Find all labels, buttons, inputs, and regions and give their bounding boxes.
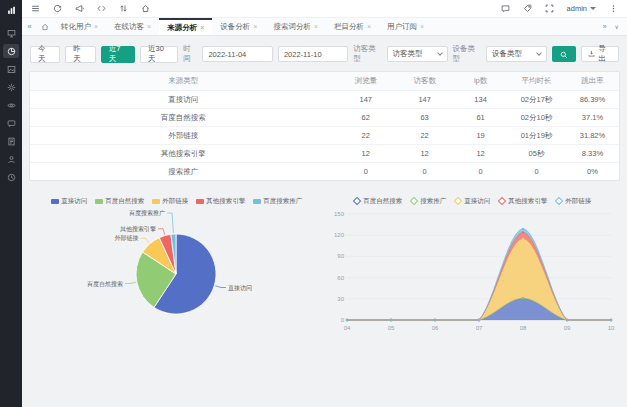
filter-right-group: 时间 2022-11-04 2022-11-10 访客类型 访客类型 设备类型 …: [183, 44, 619, 64]
visitor-type-value: 访客类型: [393, 49, 423, 59]
legend-item[interactable]: 搜索推广: [410, 197, 446, 206]
fullscreen-icon[interactable]: [545, 4, 554, 13]
range-7days-button[interactable]: 近7天: [101, 46, 135, 63]
collapse-tabs-icon[interactable]: «: [22, 22, 37, 31]
col-source-type: 来源类型: [30, 72, 336, 91]
y-tick-label: 0: [341, 317, 345, 323]
close-icon[interactable]: ×: [314, 23, 318, 30]
user-icon: [7, 150, 16, 168]
sidebar-item-docs[interactable]: [3, 134, 19, 148]
x-tick-label: 06: [432, 325, 439, 331]
data-point[interactable]: [478, 319, 480, 321]
legend-item[interactable]: 百度自然搜索: [353, 197, 402, 206]
pie-label-line: [167, 213, 173, 233]
tab-column-analysis[interactable]: 栏目分析×: [326, 18, 379, 35]
top-toolbar: admin: [22, 0, 627, 17]
home-icon[interactable]: [141, 4, 150, 13]
legend-item[interactable]: 直接访问: [454, 197, 490, 206]
x-tick-label: 05: [388, 325, 395, 331]
area-band: [347, 229, 611, 320]
tab-search-term-analysis[interactable]: 搜索词分析×: [265, 18, 326, 35]
cell: 134: [454, 91, 507, 109]
x-tick-label: 10: [608, 325, 615, 331]
data-point[interactable]: [434, 319, 436, 321]
legend-item[interactable]: 直接访问: [51, 197, 87, 206]
tab-online-visitors[interactable]: 在线访客×: [106, 18, 159, 35]
date-to-input[interactable]: 2022-11-10: [278, 46, 348, 62]
tab-user-subscription[interactable]: 用户订阅×: [379, 18, 432, 35]
menu-icon[interactable]: [31, 4, 40, 13]
range-today-button[interactable]: 今天: [30, 46, 60, 63]
sidebar-item-analysis[interactable]: [3, 44, 19, 58]
home-tab-icon[interactable]: [37, 23, 53, 31]
tag-icon[interactable]: [523, 4, 532, 13]
range-yesterday-button[interactable]: 昨天: [65, 46, 95, 63]
sidebar-item-monitor[interactable]: [3, 26, 19, 40]
visitor-type-select[interactable]: 访客类型: [387, 46, 448, 62]
tab-actions-chevron-icon[interactable]: ∨: [615, 23, 619, 30]
tab-conversion-users[interactable]: 转化用户×: [53, 18, 106, 35]
legend-item[interactable]: 外部链接: [555, 197, 591, 206]
close-icon[interactable]: ×: [420, 23, 424, 30]
sidebar-item-history[interactable]: [3, 170, 19, 184]
data-point[interactable]: [610, 319, 612, 321]
date-from-input[interactable]: 2022-11-04: [202, 46, 272, 62]
legend-diamond-icon: [555, 197, 563, 205]
legend-item[interactable]: 其他搜索引擎: [498, 197, 547, 206]
user-menu[interactable]: admin: [567, 4, 596, 13]
cell: 02分10秒: [507, 109, 566, 127]
close-icon[interactable]: ×: [94, 23, 98, 30]
close-icon[interactable]: ×: [147, 23, 151, 30]
legend-swatch-icon: [196, 199, 204, 204]
legend-swatch-icon: [95, 199, 103, 204]
sidebar-item-settings[interactable]: [3, 80, 19, 94]
cell: 147: [336, 91, 395, 109]
chevron-down-icon: [536, 50, 542, 56]
sync-arrows-icon[interactable]: [119, 4, 128, 13]
legend-item[interactable]: 百度自然搜索: [95, 197, 144, 206]
refresh-icon[interactable]: [53, 4, 62, 13]
data-point[interactable]: [390, 319, 392, 321]
cell: 05秒: [507, 145, 566, 163]
data-point[interactable]: [522, 231, 524, 233]
legend-item[interactable]: 百度搜索推广: [253, 197, 302, 206]
close-icon[interactable]: ×: [367, 23, 371, 30]
sidebar-item-user[interactable]: [3, 152, 19, 166]
comment-icon[interactable]: [501, 4, 510, 13]
table-row: 搜索推广00000%: [30, 163, 619, 181]
area-line: [347, 239, 611, 320]
area-chart[interactable]: 030609012015004050607080910: [327, 208, 617, 342]
tab-device-analysis[interactable]: 设备分析×: [212, 18, 265, 35]
data-point[interactable]: [522, 228, 524, 230]
sidebar-item-message[interactable]: [3, 116, 19, 130]
close-icon[interactable]: ×: [253, 23, 257, 30]
pie-chart[interactable]: 直接访问百度自然搜索外部链接其他搜索引擎百度搜索推广: [36, 208, 318, 342]
tab-source-analysis[interactable]: 来源分析×: [159, 18, 212, 35]
legend-label: 直接访问: [464, 197, 490, 206]
sidebar-item-media[interactable]: [3, 62, 19, 76]
more-vertical-icon[interactable]: [609, 4, 618, 13]
search-button[interactable]: [552, 46, 577, 62]
data-point[interactable]: [522, 238, 524, 240]
scroll-tabs-right-icon[interactable]: »: [602, 22, 606, 31]
eye-icon: [7, 96, 16, 114]
device-type-value: 设备类型: [492, 49, 522, 59]
legend-item[interactable]: 外部链接: [152, 197, 188, 206]
app-logo-bar-chart-icon[interactable]: [0, 0, 22, 20]
cell: 搜索推广: [30, 163, 336, 181]
legend-item[interactable]: 其他搜索引擎: [196, 197, 245, 206]
export-button[interactable]: 导出: [581, 46, 619, 62]
device-type-select[interactable]: 设备类型: [486, 46, 547, 62]
sidebar-item-view[interactable]: [3, 98, 19, 112]
data-point[interactable]: [522, 297, 524, 299]
legend-label: 其他搜索引擎: [508, 197, 547, 206]
code-icon[interactable]: [97, 4, 106, 13]
col-visitors: 访客数: [395, 72, 454, 91]
close-icon[interactable]: ×: [200, 24, 204, 31]
megaphone-icon[interactable]: [75, 4, 84, 13]
table-row: 其他搜索引擎12121205秒8.33%: [30, 145, 619, 163]
legend-label: 直接访问: [61, 197, 87, 206]
range-30days-button[interactable]: 近30天: [140, 46, 178, 63]
data-point[interactable]: [566, 319, 568, 321]
data-point[interactable]: [346, 319, 348, 321]
